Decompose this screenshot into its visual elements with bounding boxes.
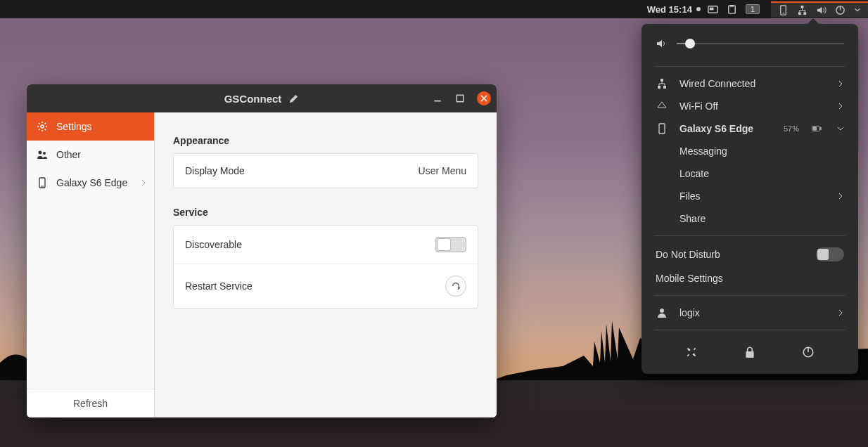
system-tray: 1 — [708, 4, 862, 15]
sidebar-item-other[interactable]: Other — [27, 141, 154, 169]
device-files[interactable]: Files — [642, 185, 858, 207]
separator — [654, 330, 845, 330]
device-locate[interactable]: Locate — [642, 162, 858, 185]
svg-point-19 — [688, 349, 690, 351]
mobile-settings-label: Mobile Settings — [656, 273, 723, 284]
display-mode-row[interactable]: Display Mode User Menu — [174, 154, 478, 188]
svg-point-20 — [693, 354, 695, 356]
sidebar-item-settings[interactable]: Settings — [27, 112, 154, 141]
network-wired-icon — [797, 5, 808, 15]
battery-icon — [812, 125, 822, 132]
dnd-label: Do Not Disturb — [656, 249, 720, 260]
gsconnect-window: GSConnect Settings Other Galaxy S6 Edge — [27, 84, 497, 417]
svg-point-18 — [660, 309, 664, 313]
device-name: Galaxy S6 Edge — [679, 123, 772, 134]
refresh-button[interactable]: Refresh — [27, 389, 154, 417]
files-label: Files — [679, 190, 826, 202]
svg-rect-21 — [746, 351, 753, 358]
chevron-right-icon — [140, 179, 147, 186]
display-mode-value: User Menu — [419, 165, 466, 176]
edit-icon[interactable] — [288, 93, 299, 104]
wifi-item[interactable]: Wi-Fi Off — [642, 95, 858, 117]
share-label: Share — [679, 213, 844, 224]
discoverable-toggle[interactable] — [435, 237, 466, 252]
svg-rect-7 — [798, 12, 801, 15]
sidebar-label: Galaxy S6 Edge — [56, 177, 127, 188]
sidebar-item-device[interactable]: Galaxy S6 Edge — [27, 169, 154, 197]
svg-rect-8 — [803, 12, 806, 15]
svg-rect-25 — [457, 95, 463, 101]
separator — [654, 66, 845, 67]
close-button[interactable] — [477, 91, 491, 105]
restart-label: Restart Service — [185, 280, 253, 292]
volume-icon — [816, 5, 826, 15]
window-title: GSConnect — [224, 93, 282, 105]
user-item[interactable]: logix — [642, 302, 858, 324]
discoverable-row: Discoverable — [174, 226, 478, 264]
chevron-down-icon — [837, 123, 844, 134]
svg-rect-13 — [663, 86, 666, 89]
svg-rect-16 — [819, 127, 821, 130]
phone-icon — [656, 123, 668, 134]
svg-rect-12 — [658, 86, 660, 89]
clipboard-icon[interactable] — [727, 4, 737, 15]
maximize-icon — [455, 93, 465, 103]
dnd-toggle[interactable] — [816, 247, 844, 261]
volume-slider-row — [642, 31, 858, 60]
content-pane: Appearance Display Mode User Menu Servic… — [155, 112, 497, 417]
locate-label: Locate — [679, 168, 844, 179]
clock[interactable]: Wed 15:14 — [647, 4, 701, 15]
chevron-down-icon — [854, 6, 861, 13]
service-card: Discoverable Restart Service — [173, 225, 478, 309]
svg-rect-3 — [730, 4, 734, 6]
minimize-button[interactable] — [432, 93, 443, 104]
titlebar[interactable]: GSConnect — [27, 84, 497, 112]
phone-connected-icon — [778, 5, 789, 15]
network-wired-icon — [656, 78, 668, 89]
phone-icon — [37, 177, 48, 188]
sidebar-label: Other — [56, 149, 81, 160]
device-item[interactable]: Galaxy S6 Edge 57% — [642, 117, 858, 140]
restart-button[interactable] — [445, 276, 466, 297]
maximize-button[interactable] — [454, 93, 466, 104]
svg-rect-6 — [801, 5, 804, 8]
messaging-label: Messaging — [679, 145, 844, 157]
svg-point-27 — [39, 151, 42, 155]
separator — [654, 235, 845, 236]
notification-dot-icon — [696, 7, 701, 11]
svg-point-28 — [43, 152, 46, 155]
refresh-label: Refresh — [73, 398, 108, 409]
volume-slider[interactable] — [677, 43, 844, 44]
chevron-right-icon — [837, 307, 844, 318]
people-icon — [37, 149, 48, 160]
svg-rect-11 — [660, 79, 663, 82]
dnd-row: Do Not Disturb — [642, 242, 858, 267]
mobile-settings[interactable]: Mobile Settings — [642, 267, 858, 290]
device-battery: 57% — [784, 124, 799, 133]
power-icon — [835, 5, 845, 15]
appearance-heading: Appearance — [173, 135, 478, 146]
gear-icon — [37, 121, 48, 132]
device-messaging[interactable]: Messaging — [642, 140, 858, 162]
wifi-label: Wi-Fi Off — [679, 101, 826, 112]
svg-rect-17 — [813, 127, 817, 130]
svg-rect-1 — [710, 7, 714, 10]
svg-rect-14 — [659, 124, 665, 134]
workspace-indicator[interactable]: 1 — [746, 4, 760, 14]
user-name: logix — [679, 307, 826, 318]
volume-icon — [656, 38, 667, 49]
wired-network-item[interactable]: Wired Connected — [642, 72, 858, 95]
settings-icon[interactable] — [685, 346, 698, 358]
lock-icon[interactable] — [743, 346, 756, 358]
chevron-right-icon — [837, 78, 844, 89]
user-icon — [656, 307, 668, 318]
status-area[interactable] — [771, 1, 868, 18]
power-icon[interactable] — [802, 346, 815, 358]
device-share[interactable]: Share — [642, 207, 858, 230]
svg-point-26 — [41, 125, 44, 128]
sidebar-label: Settings — [56, 121, 92, 132]
refresh-icon — [451, 281, 461, 291]
wifi-off-icon — [656, 101, 668, 112]
separator — [654, 295, 845, 296]
screenshot-icon[interactable] — [708, 4, 718, 15]
